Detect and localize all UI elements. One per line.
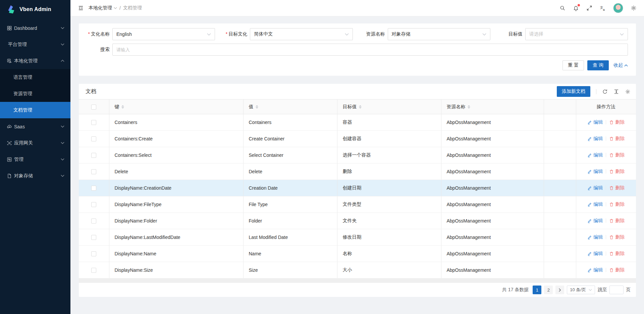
- edit-button[interactable]: 编辑: [587, 218, 603, 224]
- table-row[interactable]: Containers:Select Select Container 选择一个容…: [79, 147, 636, 164]
- trash-icon: [609, 235, 614, 240]
- delete-button[interactable]: 删除: [609, 251, 625, 257]
- column-header-resource[interactable]: 资源名称: [441, 100, 544, 114]
- search-input[interactable]: [112, 44, 628, 56]
- next-page-button[interactable]: [555, 286, 564, 294]
- table-row[interactable]: DisplayName:LastModifiedDate Last Modifi…: [79, 229, 636, 246]
- horizontal-scrollbar[interactable]: [79, 278, 636, 283]
- row-checkbox[interactable]: [91, 268, 96, 273]
- documents-table: 键 值 目标值 资源名称 操作方法: [79, 99, 636, 278]
- column-settings-gear-icon[interactable]: [625, 89, 631, 95]
- table-row[interactable]: Delete Delete 删除 AbpOssManagement 编辑: [79, 164, 636, 180]
- page-size-select[interactable]: 10 条/页: [567, 286, 595, 294]
- row-checkbox[interactable]: [91, 186, 96, 191]
- search-icon[interactable]: [559, 5, 566, 11]
- sidebar-item-language-management[interactable]: 语言管理: [0, 69, 70, 85]
- target-culture-label: *目标文化: [220, 31, 250, 37]
- app-logo[interactable]: Vben Admin: [0, 0, 70, 18]
- row-checkbox[interactable]: [91, 202, 96, 207]
- sidebar-item-platform[interactable]: 平台管理: [0, 36, 70, 53]
- page-button-2[interactable]: 2: [544, 286, 553, 294]
- sidebar-item-dashboard[interactable]: Dashboard: [0, 20, 70, 36]
- pencil-icon: [587, 251, 592, 256]
- table-row[interactable]: DisplayName:Name Name 名称 AbpOssManagemen…: [79, 246, 636, 262]
- sidebar-item-gateway[interactable]: 应用网关: [0, 135, 70, 151]
- delete-button[interactable]: 删除: [609, 152, 625, 158]
- delete-button[interactable]: 删除: [609, 185, 625, 191]
- required-asterisk: *: [88, 31, 90, 37]
- chevron-down-icon: [207, 33, 211, 36]
- delete-button[interactable]: 删除: [609, 201, 625, 207]
- edit-button[interactable]: 编辑: [587, 136, 603, 142]
- row-checkbox[interactable]: [91, 169, 96, 174]
- translate-icon[interactable]: 文A: [600, 5, 606, 11]
- delete-button[interactable]: 删除: [609, 218, 625, 224]
- add-document-button[interactable]: 添加新文档: [557, 86, 590, 97]
- action-divider: [606, 235, 606, 239]
- query-button[interactable]: 查 询: [587, 60, 609, 70]
- delete-button[interactable]: 删除: [609, 234, 625, 240]
- sidebar-item-management[interactable]: 管理: [0, 151, 70, 168]
- table-row[interactable]: DisplayName:CreationDate Creation Date 创…: [79, 180, 636, 196]
- pencil-icon: [587, 186, 592, 190]
- table-row[interactable]: Containers:Create Create Container 创建容器 …: [79, 131, 636, 147]
- sidebar-item-document-management[interactable]: 文档管理: [0, 102, 70, 118]
- refresh-icon[interactable]: [602, 89, 608, 95]
- collapse-link[interactable]: 收起: [613, 62, 628, 68]
- row-checkbox[interactable]: [91, 218, 96, 224]
- row-checkbox[interactable]: [91, 136, 96, 141]
- delete-button[interactable]: 删除: [609, 169, 625, 175]
- edit-button[interactable]: 编辑: [587, 185, 603, 191]
- sort-icon[interactable]: [121, 105, 124, 109]
- fullscreen-icon[interactable]: [586, 5, 592, 11]
- table-row[interactable]: Containers Containers 容器 AbpOssManagemen…: [79, 114, 636, 131]
- settings-gear-icon[interactable]: [631, 5, 637, 11]
- edit-button[interactable]: 编辑: [587, 152, 603, 158]
- table-row[interactable]: DisplayName:Folder Folder 文件夹 AbpOssMana…: [79, 213, 636, 229]
- sidebar-item-resource-management[interactable]: 资源管理: [0, 85, 70, 102]
- user-avatar[interactable]: [613, 3, 623, 13]
- page-button-1[interactable]: 1: [533, 286, 541, 294]
- menu-fold-icon[interactable]: [78, 5, 84, 11]
- row-checkbox[interactable]: [91, 235, 96, 240]
- edit-button[interactable]: 编辑: [587, 234, 603, 240]
- column-header-target[interactable]: 目标值: [337, 100, 441, 114]
- sort-icon[interactable]: [359, 105, 362, 109]
- row-height-icon[interactable]: [613, 89, 619, 95]
- column-header-value[interactable]: 值: [243, 100, 337, 114]
- notification-bell-icon[interactable]: [573, 5, 579, 11]
- cell-target-value: 选择一个容器: [337, 147, 441, 164]
- reset-button[interactable]: 重 置: [562, 60, 584, 70]
- culture-name-select[interactable]: English: [112, 28, 215, 40]
- row-checkbox[interactable]: [91, 153, 96, 158]
- edit-button[interactable]: 编辑: [587, 251, 603, 257]
- row-checkbox[interactable]: [91, 120, 96, 125]
- edit-button[interactable]: 编辑: [587, 201, 603, 207]
- target-value-label: 目标值: [495, 31, 525, 37]
- breadcrumb-parent[interactable]: 本地化管理: [89, 5, 117, 11]
- jump-page-input[interactable]: [609, 286, 624, 294]
- delete-button[interactable]: 删除: [609, 136, 625, 142]
- cell-key: DisplayName:Size: [109, 262, 243, 278]
- jump-label: 跳至: [598, 287, 607, 293]
- table-row[interactable]: DisplayName:FileType File Type 文件类型 AbpO…: [79, 196, 636, 213]
- target-culture-select[interactable]: 简体中文: [250, 28, 353, 40]
- edit-button[interactable]: 编辑: [587, 169, 603, 175]
- sort-icon[interactable]: [256, 105, 258, 109]
- edit-button[interactable]: 编辑: [587, 119, 603, 125]
- delete-button[interactable]: 删除: [609, 119, 625, 125]
- row-checkbox[interactable]: [91, 251, 96, 256]
- resource-name-select[interactable]: 对象存储: [388, 28, 490, 40]
- edit-button[interactable]: 编辑: [587, 267, 603, 273]
- target-value-select[interactable]: 请选择: [525, 28, 628, 40]
- sidebar-item-localization[interactable]: 本地化管理: [0, 53, 70, 69]
- delete-button[interactable]: 删除: [609, 267, 625, 273]
- cell-value: Creation Date: [243, 180, 337, 196]
- select-all-checkbox[interactable]: [91, 105, 96, 110]
- sidebar-item-saas[interactable]: Saas: [0, 118, 70, 135]
- column-header-key[interactable]: 键: [109, 100, 243, 114]
- table-row[interactable]: DisplayName:Size Size 大小 AbpOssManagemen…: [79, 262, 636, 278]
- sort-icon[interactable]: [468, 105, 470, 109]
- cell-empty: [544, 147, 576, 164]
- sidebar-item-object-storage[interactable]: 对象存储: [0, 168, 70, 184]
